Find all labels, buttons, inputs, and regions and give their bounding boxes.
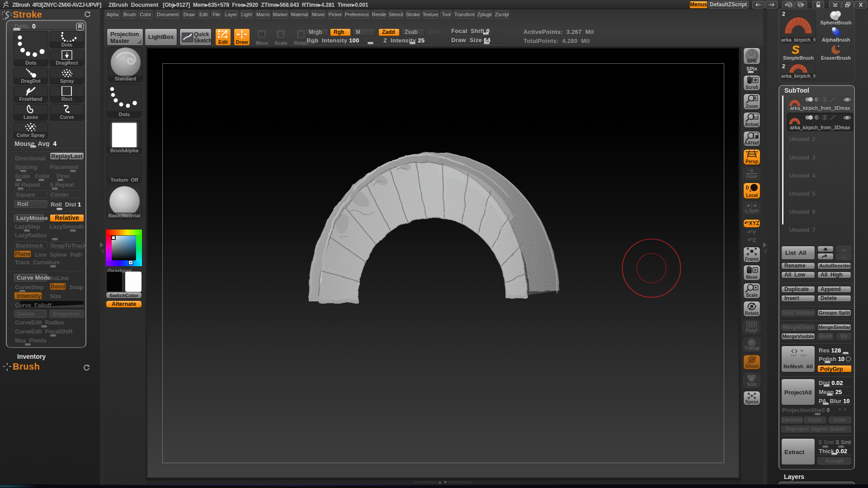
svg-text:x y z: x y z [791,354,797,357]
svg-text:x y z: x y z [801,354,807,357]
svg-text:↻: ↻ [801,349,803,352]
svg-text:x y z: x y z [747,168,753,171]
svg-text:x1: x1 [754,115,758,119]
